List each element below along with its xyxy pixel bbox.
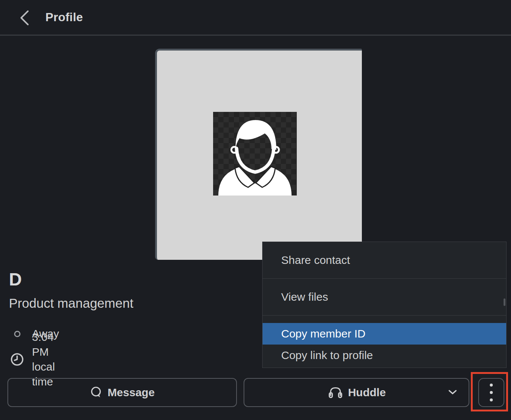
menu-item-share-contact[interactable]: Share contact [263, 249, 506, 271]
message-button-label: Message [107, 386, 155, 399]
menu-item-copy-link-to-profile[interactable]: Copy link to profile [263, 345, 506, 366]
kebab-dot [490, 398, 493, 401]
menu-scrollbar-thumb[interactable] [504, 298, 505, 306]
kebab-dot [490, 384, 493, 387]
back-button[interactable] [16, 8, 33, 28]
huddle-button[interactable]: Huddle [244, 378, 469, 407]
menu-group: View files [263, 278, 506, 315]
kebab-dot [490, 391, 493, 394]
more-actions-context-menu: Share contact View files Copy member ID … [262, 242, 507, 368]
chevron-down-icon[interactable] [448, 389, 457, 395]
default-avatar-image [213, 112, 297, 196]
presence-away-icon [14, 331, 20, 337]
chevron-left-icon [20, 10, 29, 26]
more-actions-button[interactable] [478, 378, 504, 407]
member-name: D [9, 269, 22, 290]
menu-item-view-files[interactable]: View files [263, 286, 506, 308]
huddle-button-label: Huddle [348, 386, 386, 399]
speech-bubble-icon [90, 386, 103, 399]
headphones-icon [327, 386, 344, 399]
message-button[interactable]: Message [7, 378, 237, 407]
page-title: Profile [45, 0, 83, 35]
menu-item-copy-member-id[interactable]: Copy member ID [263, 323, 506, 345]
menu-group: Copy member ID Copy link to profile [263, 315, 506, 368]
member-role: Product management [9, 296, 134, 311]
profile-header: Profile [0, 0, 511, 36]
clock-icon [10, 352, 24, 366]
menu-group: Share contact [263, 242, 506, 278]
